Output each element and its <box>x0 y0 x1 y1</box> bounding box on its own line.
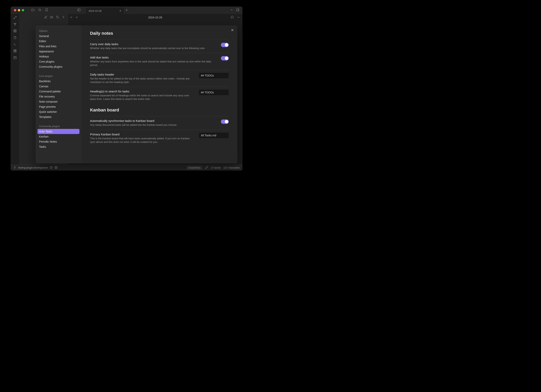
settings-nav-kanban[interactable]: Kanban <box>37 134 79 139</box>
tab-close-icon[interactable]: ✕ <box>119 9 121 12</box>
files-icon[interactable] <box>31 8 35 12</box>
setting-item: Add due tasksWhether any tasks from anyw… <box>90 53 229 70</box>
svg-rect-10 <box>14 50 16 50</box>
svg-rect-1 <box>78 9 80 11</box>
settings-nav-templates[interactable]: Templates <box>37 114 79 120</box>
svg-point-14 <box>237 17 238 17</box>
settings-nav-files-and-links[interactable]: Files and links <box>37 44 79 49</box>
settings-nav-periodic-notes[interactable]: Periodic Notes <box>37 139 79 144</box>
app-window: 2024-10-26 ✕ + <box>10 6 242 171</box>
settings-nav-general[interactable]: General <box>37 34 79 39</box>
new-tab-button[interactable]: + <box>126 8 128 12</box>
setting-name: Heading(s) to search for tasks <box>90 90 195 93</box>
search-icon[interactable] <box>38 8 42 12</box>
reading-view-icon[interactable] <box>231 16 234 19</box>
svg-point-18 <box>56 167 57 168</box>
svg-rect-9 <box>15 31 16 32</box>
maximize-window-button[interactable] <box>22 9 24 11</box>
text-input[interactable] <box>199 73 229 78</box>
setting-name: Primary Kanban board <box>90 133 195 136</box>
toggle[interactable] <box>221 120 229 124</box>
settings-nav-page-preview[interactable]: Page preview <box>37 104 79 109</box>
settings-sidebar: OptionsGeneralEditorFiles and linksAppea… <box>36 25 81 163</box>
left-sidebar-toggle-icon[interactable] <box>77 8 81 12</box>
settings-icon[interactable] <box>55 166 57 169</box>
bookmark-icon[interactable] <box>45 8 48 12</box>
more-options-icon[interactable] <box>237 16 240 19</box>
settings-nav-appearance[interactable]: Appearance <box>37 49 79 54</box>
status-bar: testing-plugin-development 0 backlinks 1… <box>10 165 242 171</box>
settings-nav-canvas[interactable]: Canvas <box>37 84 79 89</box>
graph-icon[interactable] <box>13 23 17 26</box>
settings-nav-command-palette[interactable]: Command palette <box>37 89 79 94</box>
svg-rect-2 <box>236 9 239 11</box>
ribbon <box>10 14 19 165</box>
svg-rect-13 <box>14 57 16 59</box>
canvas-icon[interactable] <box>13 29 17 33</box>
settings-nav-tasks[interactable]: Tasks <box>37 144 79 149</box>
daily-note-icon[interactable] <box>13 36 17 40</box>
close-icon[interactable]: ✕ <box>231 28 234 32</box>
vault-name[interactable]: testing-plugin-development <box>18 166 48 169</box>
settings-nav-auto-tasks[interactable]: Auto Tasks <box>37 129 79 134</box>
tab[interactable]: 2024-10-26 ✕ <box>86 8 124 14</box>
settings-section-label: Options <box>37 28 79 34</box>
help-icon[interactable] <box>50 166 52 169</box>
editor-title: 2024-10-26 <box>148 16 162 19</box>
text-input[interactable] <box>199 133 229 138</box>
settings-section-label: Community plugins <box>37 124 79 129</box>
close-window-button[interactable] <box>14 9 16 11</box>
settings-heading: Kanban board <box>90 108 229 113</box>
setting-description: Comma-separated list of headings within … <box>90 94 195 101</box>
setting-name: Carry over daily tasks <box>90 42 217 46</box>
settings-nav-note-composer[interactable]: Note composer <box>37 99 79 104</box>
new-folder-icon[interactable] <box>50 16 53 19</box>
settings-content: ✕ Daily notesCarry over daily tasksWheth… <box>81 25 237 163</box>
settings-nav-editor[interactable]: Editor <box>37 39 79 44</box>
settings-nav-community-plugins[interactable]: Community plugins <box>37 64 79 69</box>
setting-item: Heading(s) to search for tasksComma-sepa… <box>90 87 229 104</box>
toggle[interactable] <box>221 56 229 60</box>
setting-description: Whether any tasks from anywhere else in … <box>90 60 217 67</box>
vault-switcher-icon[interactable] <box>13 166 16 169</box>
svg-point-0 <box>39 9 41 11</box>
chevron-down-icon[interactable] <box>230 8 233 12</box>
setting-name: Add due tasks <box>90 56 217 59</box>
template-icon[interactable] <box>13 49 17 53</box>
settings-nav-hotkeys[interactable]: Hotkeys <box>37 54 79 59</box>
settings-nav-core-plugins[interactable]: Core plugins <box>37 59 79 64</box>
setting-name: Automatically synchronise tasks to Kanba… <box>90 119 217 122</box>
quick-switcher-icon[interactable] <box>13 16 17 20</box>
minimize-window-button[interactable] <box>18 9 20 11</box>
settings-section-label: Core plugins <box>37 73 79 79</box>
char-count: 137 characters <box>224 166 240 169</box>
nav-forward-icon[interactable] <box>75 16 78 19</box>
text-input[interactable] <box>199 90 229 95</box>
calendar-icon[interactable] <box>13 56 17 60</box>
toggle[interactable] <box>221 43 229 47</box>
svg-rect-12 <box>15 51 16 52</box>
setting-description: Any newly discovered tasks will be added… <box>90 123 217 127</box>
settings-nav-backlinks[interactable]: Backlinks <box>37 79 79 84</box>
word-count: 17 words <box>211 166 221 169</box>
setting-description: This is the Kanban board that will have … <box>90 137 195 144</box>
setting-name: Daily tasks header <box>90 73 195 76</box>
svg-rect-7 <box>15 30 16 31</box>
window-controls <box>10 9 24 11</box>
setting-item: Daily tasks headerSet the header to be a… <box>90 70 229 87</box>
setting-item: Primary Kanban boardThis is the Kanban b… <box>90 130 229 146</box>
sort-icon[interactable] <box>56 16 59 19</box>
right-sidebar-toggle-icon[interactable] <box>236 8 239 12</box>
settings-modal: OptionsGeneralEditorFiles and linksAppea… <box>36 25 237 163</box>
svg-point-15 <box>238 17 239 17</box>
new-note-icon[interactable] <box>44 16 47 19</box>
svg-point-16 <box>239 17 240 17</box>
settings-nav-file-recovery[interactable]: File recovery <box>37 94 79 99</box>
backlinks-count[interactable]: 0 backlinks <box>186 166 203 170</box>
settings-nav-quick-switcher[interactable]: Quick switcher <box>37 109 79 114</box>
tab-title: 2024-10-26 <box>88 9 102 12</box>
pencil-icon[interactable] <box>205 166 208 169</box>
nav-back-icon[interactable] <box>70 16 73 19</box>
collapse-icon[interactable] <box>62 16 65 19</box>
command-palette-icon[interactable] <box>13 42 17 47</box>
